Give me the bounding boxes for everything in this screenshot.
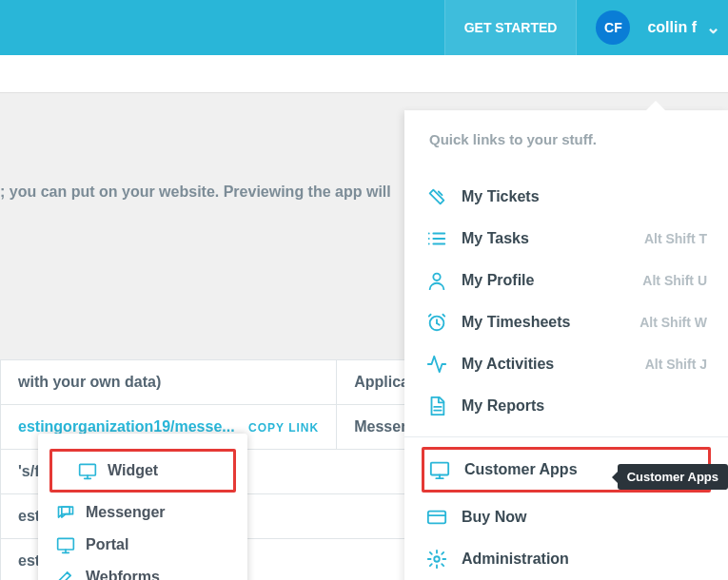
menu-my-timesheets[interactable]: My Timesheets Alt Shift W — [404, 301, 728, 343]
separator — [404, 436, 728, 437]
svg-rect-0 — [80, 464, 96, 475]
menu-item-label: Widget — [108, 462, 158, 479]
svg-line-16 — [437, 323, 440, 325]
list-icon — [425, 227, 448, 250]
user-menu-trigger[interactable]: collin f ⌄ — [647, 17, 720, 38]
svg-point-24 — [434, 556, 440, 562]
svg-point-13 — [433, 274, 440, 280]
shortcut-label: Alt Shift J — [645, 357, 707, 372]
shortcut-label: Alt Shift T — [644, 231, 707, 246]
edit-icon — [55, 567, 76, 580]
menu-item-label: Portal — [86, 536, 128, 553]
menu-item-label: My Tickets — [462, 188, 540, 205]
menu-administration[interactable]: Administration — [404, 538, 728, 580]
menu-item-label: My Activities — [462, 356, 554, 373]
file-icon — [425, 395, 448, 417]
menu-my-tickets[interactable]: My Tickets — [404, 176, 728, 218]
gear-icon — [425, 548, 448, 570]
menu-item-label: My Reports — [462, 397, 544, 415]
activity-icon — [425, 353, 448, 376]
svg-rect-3 — [58, 538, 74, 550]
menu-item-label: Administration — [462, 551, 569, 568]
clock-icon — [425, 311, 448, 334]
user-dropdown: Quick links to your stuff. My Tickets My… — [404, 110, 728, 580]
user-icon — [425, 269, 448, 292]
menu-item-messenger[interactable]: Messenger — [42, 496, 244, 529]
menu-my-profile[interactable]: My Profile Alt Shift U — [404, 260, 728, 301]
monitor-icon — [428, 458, 451, 481]
menu-item-label: My Timesheets — [462, 314, 570, 331]
menu-item-label: Customer Apps — [464, 461, 578, 478]
table-header: with your own data) Applicati — [1, 360, 438, 405]
svg-rect-19 — [431, 463, 448, 475]
username-label: collin f — [647, 19, 697, 36]
content-top-strip — [0, 55, 728, 93]
chat-icon — [55, 502, 76, 523]
chevron-down-icon: ⌄ — [706, 17, 720, 38]
shortcut-label: Alt Shift U — [642, 273, 707, 288]
ticket-icon — [425, 185, 448, 208]
hint-text: ; you can put on your website. Previewin… — [0, 184, 391, 201]
shortcut-label: Alt Shift W — [639, 315, 707, 330]
menu-item-label: Messenger — [86, 504, 166, 521]
menu-item-widget[interactable]: Widget — [64, 454, 222, 487]
dropdown-header: Quick links to your stuff. — [404, 110, 728, 176]
content: ; you can put on your website. Previewin… — [0, 55, 728, 580]
monitor-icon — [55, 534, 76, 555]
copy-link-button[interactable]: COPY LINK — [248, 421, 319, 435]
tooltip: Customer Apps — [618, 464, 728, 490]
get-started-button[interactable]: GET STARTED — [444, 0, 578, 55]
card-icon — [425, 506, 448, 529]
header: GET STARTED CF collin f ⌄ — [0, 0, 728, 55]
menu-item-portal[interactable]: Portal — [42, 529, 244, 561]
highlight-widget: Widget — [49, 449, 236, 493]
menu-my-tasks[interactable]: My Tasks Alt Shift T — [404, 218, 728, 260]
menu-buy-now[interactable]: Buy Now — [404, 496, 728, 538]
menu-item-label: Buy Now — [462, 509, 526, 526]
svg-rect-22 — [428, 512, 445, 524]
menu-item-label: Webforms — [86, 569, 160, 580]
avatar[interactable]: CF — [596, 10, 630, 45]
menu-item-webforms[interactable]: Webforms — [42, 561, 244, 580]
menu-item-label: My Profile — [462, 272, 534, 289]
monitor-icon — [77, 460, 98, 481]
menu-item-label: My Tasks — [462, 230, 529, 247]
preview-url-link[interactable]: estingorganization19/messe... — [18, 418, 235, 435]
menu-my-reports[interactable]: My Reports — [404, 385, 728, 427]
menu-my-activities[interactable]: My Activities Alt Shift J — [404, 343, 728, 385]
app-type-menu: Widget Messenger Portal Webforms Know — [38, 434, 247, 580]
col-own-data: with your own data) — [1, 360, 337, 405]
